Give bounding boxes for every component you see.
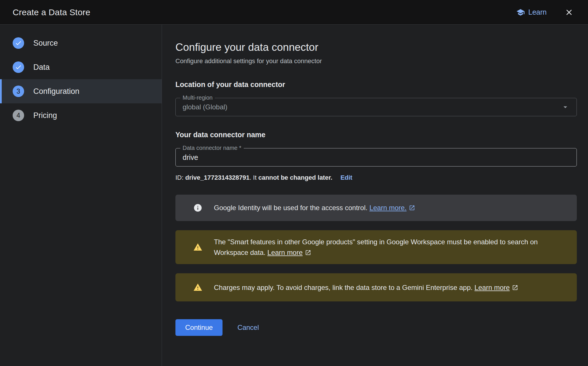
stepper-item-configuration[interactable]: 3 Configuration xyxy=(0,79,162,103)
warning-banner-text: The "Smart features in other Google prod… xyxy=(214,237,565,258)
connector-id: drive_1772314328791 xyxy=(185,174,249,181)
learn-link[interactable]: Learn xyxy=(516,8,547,17)
workspace-warning-banner: The "Smart features in other Google prod… xyxy=(175,230,577,264)
charges-link-label: Learn more xyxy=(475,284,510,291)
workspace-learn-more-link[interactable]: Learn more xyxy=(267,249,311,256)
step-number: 3 xyxy=(13,86,24,97)
close-button[interactable] xyxy=(563,6,575,19)
info-text: Google Identity will be used for the acc… xyxy=(214,204,370,212)
cancel-button[interactable]: Cancel xyxy=(237,324,259,332)
charges-text: Charges may apply. To avoid charges, lin… xyxy=(214,284,475,291)
helper-prefix: ID: xyxy=(175,174,185,181)
data-connector-name-label: Data connector name * xyxy=(180,145,244,151)
stepper-sidebar: Source Data 3 Configuration 4 Pricing xyxy=(0,25,162,366)
warning-link-label: Learn more xyxy=(267,249,303,256)
data-connector-name-field: Data connector name * xyxy=(175,148,577,166)
stepper-item-source[interactable]: Source xyxy=(0,31,162,55)
step-complete-icon xyxy=(13,37,24,49)
dialog-body: Source Data 3 Configuration 4 Pricing Co… xyxy=(0,25,588,366)
info-icon xyxy=(193,203,202,212)
info-banner-text: Google Identity will be used for the acc… xyxy=(214,202,415,213)
external-link-icon xyxy=(409,205,415,211)
continue-button[interactable]: Continue xyxy=(175,319,223,336)
step-label: Pricing xyxy=(33,111,57,120)
data-connector-name-input[interactable] xyxy=(183,153,570,162)
page-subtitle: Configure additional settings for your d… xyxy=(175,57,577,65)
edit-id-link[interactable]: Edit xyxy=(341,174,353,181)
connector-id-helper: ID: drive_1772314328791. It cannot be ch… xyxy=(175,174,577,181)
helper-mid: . It xyxy=(249,174,258,181)
learn-label: Learn xyxy=(528,8,547,16)
step-number: 4 xyxy=(13,110,24,121)
multi-region-label: Multi-region xyxy=(180,94,215,101)
location-section-heading: Location of your data connector xyxy=(175,80,577,89)
stepper-item-pricing[interactable]: 4 Pricing xyxy=(0,103,162,127)
page-title: Configure your data connector xyxy=(175,41,577,53)
helper-bold: cannot be changed later. xyxy=(258,174,332,181)
configuration-panel: Configure your data connector Configure … xyxy=(162,25,588,366)
close-icon xyxy=(564,8,574,17)
graduation-cap-icon xyxy=(516,8,525,17)
warning-text: The "Smart features in other Google prod… xyxy=(214,238,538,256)
stepper-item-data[interactable]: Data xyxy=(0,55,162,79)
info-learn-more-link[interactable]: Learn more. xyxy=(370,204,415,212)
multi-region-value: global (Global) xyxy=(183,103,227,111)
form-actions: Continue Cancel xyxy=(175,319,577,336)
info-link-label: Learn more. xyxy=(370,204,407,212)
multi-region-select[interactable]: Multi-region global (Global) xyxy=(175,98,577,116)
warning-triangle-icon xyxy=(193,283,202,292)
charges-banner-text: Charges may apply. To avoid charges, lin… xyxy=(214,282,518,293)
name-section-heading: Your data connector name xyxy=(175,131,577,139)
dropdown-arrow-icon xyxy=(561,103,570,111)
header-actions: Learn xyxy=(516,6,575,19)
charges-warning-banner: Charges may apply. To avoid charges, lin… xyxy=(175,273,577,301)
external-link-icon xyxy=(512,284,518,291)
warning-triangle-icon xyxy=(193,243,202,252)
step-label: Configuration xyxy=(33,87,80,96)
identity-info-banner: Google Identity will be used for the acc… xyxy=(175,195,577,221)
step-label: Source xyxy=(33,39,58,48)
step-label: Data xyxy=(33,63,50,72)
external-link-icon xyxy=(305,249,311,256)
charges-learn-more-link[interactable]: Learn more xyxy=(475,284,519,291)
dialog-header: Create a Data Store Learn xyxy=(0,0,588,25)
dialog-title: Create a Data Store xyxy=(13,7,90,17)
step-complete-icon xyxy=(13,61,24,73)
